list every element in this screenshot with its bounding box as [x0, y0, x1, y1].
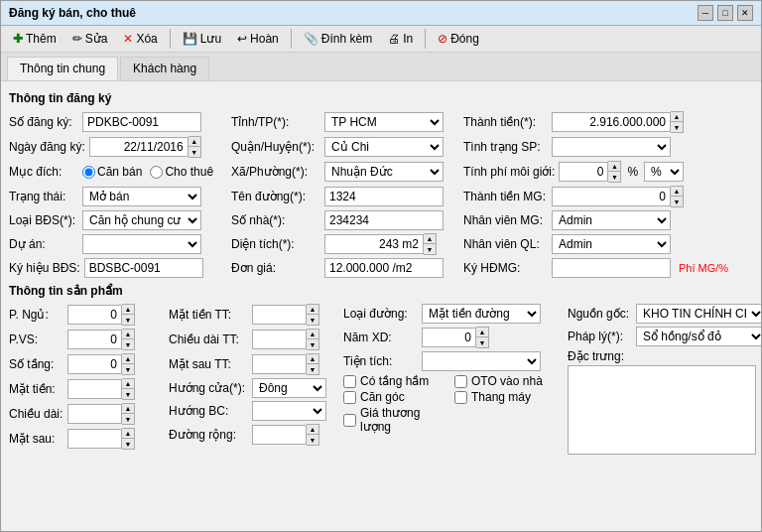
them-button[interactable]: ✚ Thêm — [7, 30, 63, 48]
namxd-up[interactable]: ▲ — [476, 328, 488, 337]
dien-tich-input[interactable] — [324, 234, 424, 254]
pvs-down[interactable]: ▼ — [122, 339, 134, 349]
ky-hdmg-input[interactable] — [552, 258, 671, 278]
chieudai-up[interactable]: ▲ — [122, 404, 134, 414]
co-tang-ham-checkbox[interactable] — [343, 375, 356, 388]
chieudaitt-up[interactable]: ▲ — [307, 330, 318, 339]
chieudaitt-down[interactable]: ▼ — [307, 339, 318, 349]
phi-up[interactable]: ▲ — [608, 162, 620, 172]
chieu-dai-input[interactable] — [67, 404, 122, 424]
namxd-down[interactable]: ▼ — [476, 337, 488, 347]
gia-thuong-luong-row: Giá thương lượng — [343, 406, 450, 434]
so-nha-label: Số nhà(*): — [231, 213, 320, 227]
mat-sau-input[interactable] — [67, 429, 122, 449]
matsautt-down[interactable]: ▼ — [307, 364, 318, 374]
don-gia-input[interactable] — [324, 258, 444, 278]
mg-down[interactable]: ▼ — [671, 197, 683, 206]
thanh-tien-down[interactable]: ▼ — [671, 122, 683, 132]
hoan-button[interactable]: ↩ Hoàn — [231, 30, 285, 48]
mg-up[interactable]: ▲ — [671, 187, 683, 197]
ten-duong-input[interactable] — [324, 187, 444, 206]
matsau-up[interactable]: ▲ — [122, 429, 134, 439]
loai-duong-select[interactable]: Mặt tiền đường — [422, 304, 541, 324]
phap-ly-select[interactable]: Sổ hồng/sổ đỏ — [636, 327, 761, 346]
dien-tich-down[interactable]: ▼ — [424, 244, 436, 254]
phi-down[interactable]: ▼ — [608, 172, 620, 182]
matsautt-up[interactable]: ▲ — [307, 354, 318, 364]
so-nha-row: Số nhà(*): — [231, 210, 459, 230]
tinh-trang-sp-select[interactable] — [552, 137, 671, 157]
tab-thong-tin-chung[interactable]: Thông tin chung — [7, 57, 118, 80]
chieudai-down[interactable]: ▼ — [122, 414, 134, 424]
nguon-goc-select[interactable]: KHO TIN CHÍNH CHỦ — [636, 304, 761, 324]
quan-huyen-select[interactable]: Củ Chi — [324, 137, 444, 157]
in-button[interactable]: 🖨 In — [382, 30, 419, 48]
so-dang-ky-input[interactable] — [82, 112, 201, 132]
dac-trung-textarea[interactable] — [568, 365, 756, 455]
duong-rong-input[interactable] — [252, 425, 307, 445]
chieu-dai-row: Chiều dài: ▲ ▼ — [9, 403, 163, 425]
nam-xd-input[interactable] — [422, 328, 476, 347]
dong-button[interactable]: ⊘ Đóng — [432, 30, 485, 48]
sua-button[interactable]: ✏ Sửa — [66, 30, 114, 48]
trang-thai-select[interactable]: Mở bán — [82, 187, 201, 206]
tien-tich-row: Tiện tích: — [343, 351, 562, 371]
phi-type-select[interactable]: % — [644, 162, 684, 182]
loai-bds-select[interactable]: Căn hộ chung cư — [82, 210, 201, 230]
can-ban-radio[interactable] — [82, 166, 95, 179]
mat-sau-tt-input[interactable] — [252, 354, 307, 374]
nhan-vien-mg-select[interactable]: Admin — [552, 210, 671, 230]
pngu-down[interactable]: ▼ — [122, 315, 134, 325]
p-ngu-input[interactable] — [67, 305, 122, 325]
so-nha-input[interactable] — [324, 210, 444, 230]
matientt-down[interactable]: ▼ — [307, 315, 318, 325]
thanh-tien-up[interactable]: ▲ — [671, 112, 683, 122]
dinh-kem-button[interactable]: 📎 Đính kèm — [298, 30, 378, 48]
thanh-tien-mg-input[interactable] — [552, 187, 671, 206]
chieu-dai-tt-input[interactable] — [252, 330, 307, 349]
thang-may-checkbox[interactable] — [454, 391, 467, 404]
ngay-down[interactable]: ▼ — [189, 147, 200, 157]
mat-tien-tt-input[interactable] — [252, 305, 307, 325]
tinh-phi-input[interactable] — [559, 162, 608, 182]
pngu-up[interactable]: ▲ — [122, 305, 134, 315]
ngay-dang-ky-input[interactable] — [89, 137, 189, 157]
ky-hieu-bds-input[interactable] — [84, 258, 203, 278]
cho-thue-radio[interactable] — [150, 166, 163, 179]
restore-button[interactable]: □ — [717, 5, 733, 21]
close-button[interactable]: ✕ — [737, 5, 753, 21]
mattien-down[interactable]: ▼ — [122, 389, 134, 399]
du-an-select[interactable] — [82, 234, 201, 254]
tinh-phi-spin-buttons: ▲ ▼ — [608, 161, 621, 183]
ngay-up[interactable]: ▲ — [189, 137, 200, 147]
tab-khach-hang[interactable]: Khách hàng — [120, 57, 209, 80]
luu-button[interactable]: 💾 Lưu — [177, 30, 227, 48]
minimize-button[interactable]: ─ — [698, 5, 713, 21]
so-tang-input[interactable] — [67, 354, 122, 374]
matientt-up[interactable]: ▲ — [307, 305, 318, 315]
huong-cua-select[interactable]: Đông — [252, 378, 326, 398]
duongrong-down[interactable]: ▼ — [307, 435, 318, 445]
oto-vao-nha-checkbox[interactable] — [454, 375, 467, 388]
p-vs-input[interactable] — [67, 330, 122, 349]
matsau-down[interactable]: ▼ — [122, 439, 134, 449]
xa-phuong-select[interactable]: Nhuận Đức — [324, 162, 444, 182]
huong-bc-select[interactable] — [252, 401, 326, 421]
oto-vao-nha-row: OTO vào nhà — [454, 374, 562, 388]
dien-tich-up[interactable]: ▲ — [424, 234, 436, 244]
gia-thuong-luong-checkbox[interactable] — [343, 414, 356, 427]
mat-tien-input[interactable] — [67, 379, 122, 399]
xoa-button[interactable]: ✕ Xóa — [117, 30, 163, 48]
nhan-vien-ql-select[interactable]: Admin — [552, 234, 671, 254]
p-ngu-spin: ▲ ▼ — [67, 304, 135, 326]
thanh-tien-input[interactable] — [552, 112, 671, 132]
duongrong-up[interactable]: ▲ — [307, 425, 318, 435]
p-vs-spin-buttons: ▲ ▼ — [122, 329, 135, 350]
sotang-up[interactable]: ▲ — [122, 354, 134, 364]
pvs-up[interactable]: ▲ — [122, 330, 134, 339]
tien-tich-select[interactable] — [422, 351, 541, 371]
can-goc-checkbox[interactable] — [343, 391, 356, 404]
tinh-tp-select[interactable]: TP HCM — [324, 112, 444, 132]
mattien-up[interactable]: ▲ — [122, 379, 134, 389]
sotang-down[interactable]: ▼ — [122, 364, 134, 374]
